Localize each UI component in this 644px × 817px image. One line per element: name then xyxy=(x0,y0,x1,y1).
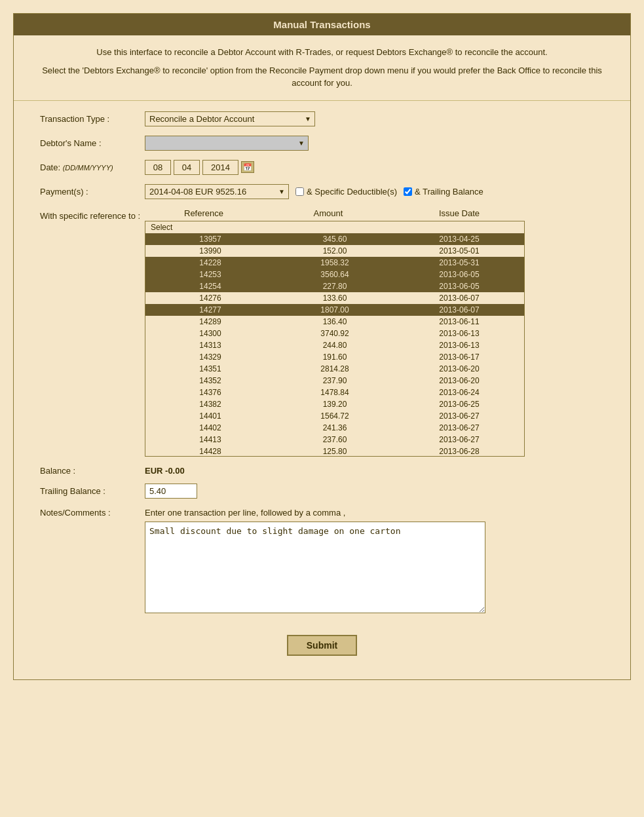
transaction-type-label: Transaction Type : xyxy=(40,114,145,124)
date-mm-input[interactable] xyxy=(174,160,200,175)
reference-list-item[interactable]: Select xyxy=(145,221,524,233)
payment-select[interactable]: 2014-04-08 EUR 9525.16 xyxy=(145,184,289,199)
notes-label: Notes/Comments : xyxy=(40,508,145,518)
specific-deductibles-checkbox[interactable] xyxy=(295,187,304,196)
form-section: Transaction Type : Reconcile a Debtor Ac… xyxy=(14,101,630,679)
debtor-name-wrapper xyxy=(145,136,309,151)
page-title: Manual Transactions xyxy=(273,19,370,30)
date-group: 📅 xyxy=(145,160,254,175)
main-container: Manual Transactions Use this interface t… xyxy=(13,13,631,680)
submit-row: Submit xyxy=(40,628,604,669)
trailing-balance-input[interactable] xyxy=(145,484,197,499)
date-yyyy-input[interactable] xyxy=(202,160,238,175)
specific-deductibles-label: & Specific Deductible(s) xyxy=(295,187,397,197)
r-trades-link[interactable]: R-Trades xyxy=(296,47,331,57)
references-label: With specific reference to : xyxy=(40,208,145,221)
reference-list-item[interactable]: 14289136.402013-06-11 xyxy=(145,316,524,328)
date-dd-input[interactable] xyxy=(145,160,171,175)
title-bar: Manual Transactions xyxy=(14,14,630,35)
submit-button[interactable]: Submit xyxy=(287,635,357,656)
payment-controls: 2014-04-08 EUR 9525.16 & Specific Deduct… xyxy=(145,184,483,199)
reference-list-item[interactable]: 14382139.202013-06-25 xyxy=(145,398,524,410)
payments-label: Payment(s) : xyxy=(40,187,145,197)
reference-list-item[interactable]: 142281958.322013-05-31 xyxy=(145,257,524,269)
reference-list-item[interactable]: 143003740.922013-06-13 xyxy=(145,328,524,339)
info-section: Use this interface to reconcile a Debtor… xyxy=(14,35,630,101)
references-table-container: Reference Amount Issue Date Select139573… xyxy=(145,208,604,457)
notes-hint: Enter one transaction per line, followed… xyxy=(145,508,485,518)
references-header: With specific reference to : Reference A… xyxy=(40,208,604,457)
reference-list[interactable]: Select13957345.602013-04-2513990152.0020… xyxy=(145,221,525,457)
debtor-name-label: Debtor's Name : xyxy=(40,138,145,148)
references-section: With specific reference to : Reference A… xyxy=(40,208,604,457)
reference-list-item[interactable]: 13990152.002013-05-01 xyxy=(145,245,524,257)
date-label: Date: (DD/MM/YYYY) xyxy=(40,162,145,172)
reference-list-item[interactable]: 14352237.902013-06-20 xyxy=(145,375,524,387)
reference-list-item[interactable]: 142771807.002013-06-07 xyxy=(145,304,524,316)
balance-row: Balance : EUR -0.00 xyxy=(40,466,604,476)
balance-label: Balance : xyxy=(40,466,145,476)
col-header-issue-date: Issue Date xyxy=(394,208,525,218)
reference-list-item[interactable]: 14313244.802013-06-13 xyxy=(145,339,524,351)
debtor-name-row: Debtor's Name : xyxy=(40,136,604,151)
trailing-balance-label: & Trailing Balance xyxy=(404,187,483,197)
transaction-type-wrapper: Reconcile a Debtor Account xyxy=(145,111,315,126)
notes-content: Enter one transaction per line, followed… xyxy=(145,508,485,615)
balance-value: EUR -0.00 xyxy=(145,466,185,476)
reference-list-item[interactable]: 143761478.842013-06-24 xyxy=(145,387,524,398)
debtor-name-select[interactable] xyxy=(145,136,309,151)
notes-row: Notes/Comments : Enter one transaction p… xyxy=(40,508,604,615)
payments-row: Payment(s) : 2014-04-08 EUR 9525.16 & Sp… xyxy=(40,184,604,199)
trailing-balance-field-label: Trailing Balance : xyxy=(40,486,145,496)
calendar-icon[interactable]: 📅 xyxy=(241,161,254,173)
col-header-amount: Amount xyxy=(263,208,394,218)
reference-list-item[interactable]: 14254227.802013-06-05 xyxy=(145,280,524,292)
reference-list-item[interactable]: 142533560.642013-06-05 xyxy=(145,269,524,280)
transaction-type-row: Transaction Type : Reconcile a Debtor Ac… xyxy=(40,111,604,126)
trailing-balance-checkbox[interactable] xyxy=(404,187,412,196)
column-headers: Reference Amount Issue Date xyxy=(145,208,604,221)
payment-select-wrapper: 2014-04-08 EUR 9525.16 xyxy=(145,184,289,199)
reference-list-item[interactable]: 14428125.802013-06-28 xyxy=(145,446,524,457)
notes-section: Notes/Comments : Enter one transaction p… xyxy=(40,508,604,615)
reference-list-item[interactable]: 14329191.602013-06-17 xyxy=(145,351,524,363)
transaction-type-select[interactable]: Reconcile a Debtor Account xyxy=(145,111,315,126)
reference-list-item[interactable]: 144011564.722013-06-27 xyxy=(145,410,524,422)
col-header-reference: Reference xyxy=(145,208,263,218)
reference-list-item[interactable]: 143512814.282013-06-20 xyxy=(145,363,524,375)
reference-list-item[interactable]: 13957345.602013-04-25 xyxy=(145,233,524,245)
reference-list-item[interactable]: 14276133.602013-06-07 xyxy=(145,292,524,304)
info-line1: Use this interface to reconcile a Debtor… xyxy=(29,46,615,59)
trailing-balance-row: Trailing Balance : xyxy=(40,484,604,499)
date-row: Date: (DD/MM/YYYY) 📅 xyxy=(40,160,604,175)
info-line2: Select the 'Debtors Exchange® to reconci… xyxy=(29,64,615,90)
notes-textarea[interactable] xyxy=(145,522,485,613)
reference-list-item[interactable]: 14402241.362013-06-27 xyxy=(145,422,524,434)
reference-list-item[interactable]: 14413237.602013-06-27 xyxy=(145,434,524,446)
balance-section: Balance : EUR -0.00 Trailing Balance : xyxy=(40,466,604,499)
